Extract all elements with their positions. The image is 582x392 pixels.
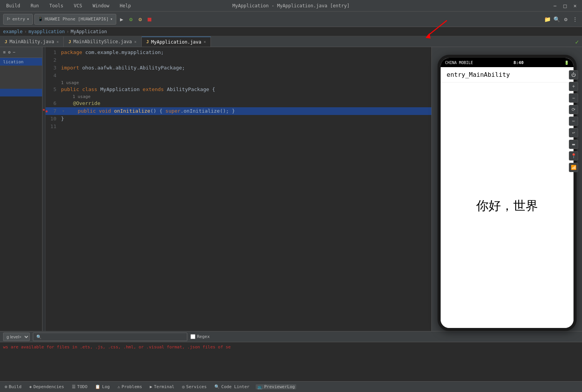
debug-button[interactable]: ⚙ <box>127 15 135 23</box>
device-icon: 📱 <box>38 17 43 22</box>
sidebar-gear-icon[interactable]: ⚙ <box>8 50 11 55</box>
stop-button[interactable]: ■ <box>146 15 153 23</box>
log-label: Log <box>102 384 110 389</box>
tab-close-0[interactable]: × <box>56 40 59 44</box>
main-toolbar: 🏳 entry ▾ 📱 HUAWEI Phone [HUAWEIAPI6] ▾ … <box>0 12 582 27</box>
tab-label-1: MainAbilitySlice.java <box>73 39 132 44</box>
app-hello-text: 你好，世界 <box>476 198 538 215</box>
code-line-1: 1 package com.example.myapplication; <box>46 49 431 56</box>
minimize-button[interactable]: − <box>552 3 558 9</box>
sidebar-tree: lication <box>0 58 42 331</box>
location-button[interactable]: 📍 <box>569 151 578 161</box>
status-services[interactable]: ◎ Services <box>180 384 208 389</box>
status-code-linter[interactable]: 🔍 Code Linter <box>213 384 251 389</box>
tab-icon-0: J <box>5 39 7 44</box>
power-button[interactable]: ⏻ <box>569 70 578 79</box>
maximize-button[interactable]: □ <box>562 3 568 9</box>
close-button[interactable]: × <box>572 3 578 9</box>
device-app-titlebar: entry_MainAbility <box>441 67 574 83</box>
entry-label: entry <box>12 17 25 22</box>
status-todo[interactable]: ☰ TODO <box>70 384 89 389</box>
code-line-2: 2 <box>46 56 431 64</box>
usage-hint-2: 1 usage <box>46 93 431 100</box>
services-label: Services <box>186 384 207 389</box>
status-previewer-log[interactable]: 📺 PreviewerLog <box>256 384 296 389</box>
code-line-11: 11 <box>46 123 431 130</box>
breadcrumb-sep-2: › <box>66 29 69 34</box>
tab-my-application[interactable]: J MyApplication.java × <box>142 37 211 47</box>
device-app-title: entry_MainAbility <box>447 71 510 78</box>
sidebar-item-application[interactable]: lication <box>0 58 42 66</box>
tab-label-0: MainAbility.java <box>10 39 54 44</box>
search-toolbar-icon[interactable]: 🔍 <box>553 15 560 23</box>
open-folder-icon[interactable]: 📁 <box>543 15 551 23</box>
tab-close-2[interactable]: × <box>204 40 206 44</box>
window-controls: − □ × <box>552 3 578 9</box>
status-terminal[interactable]: ▶ Terminal <box>148 384 176 389</box>
menu-vcs[interactable]: VCS <box>71 2 85 9</box>
terminal-icon: ▶ <box>150 384 153 389</box>
code-line-4: 4 <box>46 72 431 79</box>
menu-window[interactable]: Window <box>90 2 112 9</box>
menu-run[interactable]: Run <box>28 2 41 9</box>
menu-tools[interactable]: Tools <box>47 2 66 9</box>
code-editor: ● 1 package com.example.myapplication; 2… <box>42 47 431 331</box>
tab-main-ability[interactable]: J MainAbility.java × <box>0 37 64 47</box>
problems-icon: ⚠ <box>117 384 120 389</box>
entry-dropdown-icon: ▾ <box>27 17 29 22</box>
dependencies-icon: ◈ <box>29 384 32 389</box>
fold-icon[interactable]: ▿ <box>61 107 66 115</box>
editor-tabs: J MainAbility.java × J MainAbilitySlice.… <box>0 36 582 47</box>
regex-checkbox[interactable] <box>190 334 195 339</box>
code-content[interactable]: 1 package com.example.myapplication; 2 3… <box>46 47 431 331</box>
title-bar: Build Run Tools VCS Window Help MyApplic… <box>0 0 582 12</box>
build-icon: ⚙ <box>5 384 7 389</box>
settings-toolbar-icon[interactable]: ⚙ <box>562 15 570 23</box>
tab-icon-1: J <box>68 39 71 44</box>
statusbar-toggle[interactable]: ▬ <box>569 140 578 149</box>
entry-selector[interactable]: 🏳 entry ▾ <box>3 14 33 25</box>
svg-line-0 <box>428 20 447 36</box>
editor-gutter: ● <box>42 47 46 331</box>
status-build[interactable]: ⚙ Build <box>3 384 23 389</box>
tab-main-ability-slice[interactable]: J MainAbilitySlice.java × <box>64 37 141 47</box>
back-button[interactable]: ↩ <box>569 128 578 137</box>
sidebar-settings-icon[interactable]: ≡ <box>3 50 6 55</box>
tab-close-1[interactable]: × <box>134 40 137 44</box>
breadcrumb-myapplication[interactable]: myapplication <box>29 29 65 34</box>
log-level-select[interactable]: g level> <box>3 333 30 341</box>
device-selector[interactable]: 📱 HUAWEI Phone [HUAWEIAPI6] ▾ <box>34 14 116 25</box>
log-error-line: ws are available for files in .ets, .js,… <box>3 344 579 351</box>
wifi-button[interactable]: 📶 <box>569 163 578 172</box>
menu-build[interactable]: Build <box>4 2 22 9</box>
breadcrumb-example[interactable]: example <box>3 29 23 34</box>
breadcrumb-class[interactable]: MyApplication <box>71 29 107 34</box>
log-search-input[interactable] <box>33 333 187 341</box>
vol-up-button[interactable]: + <box>569 82 578 91</box>
code-line-7: 7● ▿ public void onInitialize() { super.… <box>46 107 431 115</box>
sidebar-minimize-icon[interactable]: − <box>13 50 15 55</box>
status-dependencies[interactable]: ◈ Dependencies <box>28 384 66 389</box>
device-frame: CHINA MOBILE 8:40 🔋 entry_MainAbility 你好… <box>438 55 577 331</box>
rotate-button[interactable]: ⟳ <box>569 105 578 114</box>
regex-label: Regex <box>190 334 210 339</box>
breadcrumb: example › myapplication › MyApplication <box>0 27 582 36</box>
status-bar: ⚙ Build ◈ Dependencies ☰ TODO 📋 Log ⚠ Pr… <box>0 381 582 392</box>
code-line-10: 10 } <box>46 115 431 123</box>
bottom-log-content: ws are available for files in .ets, .js,… <box>0 342 582 381</box>
services-icon: ◎ <box>182 384 185 389</box>
vol-down-button[interactable]: − <box>569 93 578 103</box>
run-button[interactable]: ▶ <box>118 15 126 23</box>
todo-icon: ☰ <box>72 384 76 389</box>
tab-label-2: MyApplication.java <box>151 39 201 45</box>
build-button[interactable]: ⚙ <box>136 15 144 23</box>
sidebar-header: ≡ ⚙ − <box>0 47 42 58</box>
red-arrow-annotation <box>420 19 451 43</box>
terminal-label: Terminal <box>154 384 174 389</box>
more-options-icon[interactable]: ⋮ <box>571 15 579 23</box>
status-log[interactable]: 📋 Log <box>93 384 111 389</box>
screenshot-button[interactable]: ✂ <box>569 117 578 126</box>
menu-help[interactable]: Help <box>117 2 133 9</box>
device-carrier: CHINA MOBILE <box>445 61 473 65</box>
status-problems[interactable]: ⚠ Problems <box>116 384 144 389</box>
